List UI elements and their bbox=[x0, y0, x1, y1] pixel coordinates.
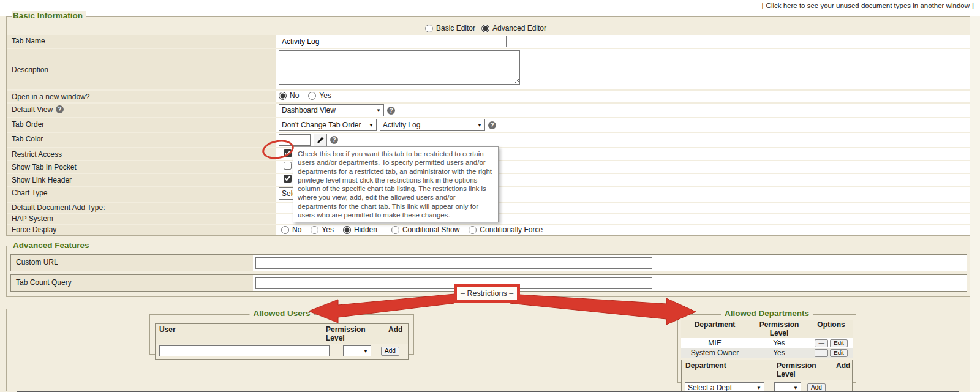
default-document-add-type-label: Default Document Add Type: bbox=[12, 203, 105, 212]
force-display-hidden-input[interactable] bbox=[343, 226, 351, 234]
color-picker-button[interactable] bbox=[314, 134, 327, 146]
advanced-features-legend: Advanced Features bbox=[12, 241, 93, 250]
force-display-conditionally-force-input[interactable] bbox=[469, 226, 477, 234]
department-permission-select[interactable]: ▼ bbox=[774, 382, 801, 392]
open-window-no-radio[interactable]: No bbox=[279, 91, 299, 100]
open-window-no-label: No bbox=[290, 91, 299, 100]
link-separator-left: | bbox=[762, 2, 764, 9]
tab-order-position-select[interactable]: Activity Log ▼ bbox=[380, 119, 485, 131]
user-permission-select[interactable]: ▼ bbox=[343, 345, 371, 356]
force-display-conditionally-force-radio[interactable]: Conditionally Force bbox=[469, 225, 543, 234]
tab-name-input[interactable] bbox=[279, 36, 507, 47]
edit-department-button[interactable]: Edit bbox=[830, 349, 847, 357]
basic-editor-radio-input[interactable] bbox=[425, 24, 433, 32]
permission-level-column-header: Permission Level bbox=[773, 360, 832, 380]
restrict-access-checkbox[interactable] bbox=[284, 149, 292, 157]
open-window-yes-radio[interactable]: Yes bbox=[308, 91, 331, 100]
departments-header-row: Department Permission Level Options bbox=[681, 320, 853, 338]
advanced-editor-radio-input[interactable] bbox=[481, 24, 489, 32]
add-department-button[interactable]: Add bbox=[807, 383, 826, 392]
tab-color-label: Tab Color bbox=[12, 135, 43, 143]
force-display-conditional-show-label: Conditional Show bbox=[402, 225, 459, 234]
options-column-header: Options bbox=[810, 320, 853, 338]
tab-name-row: Tab Name bbox=[7, 35, 971, 48]
open-new-window-row: Open in a new window? No Yes bbox=[7, 91, 971, 102]
tab-order-position-value: Activity Log bbox=[383, 121, 420, 129]
add-department-input-row: Select a Dept ▼ ▼ Add bbox=[682, 380, 852, 392]
help-icon[interactable]: ? bbox=[330, 136, 338, 144]
edit-department-button[interactable]: Edit bbox=[830, 339, 847, 347]
add-department-header-row: Department Permission Level Add bbox=[682, 360, 852, 380]
link-separator-right: | bbox=[972, 2, 974, 9]
remove-department-button[interactable]: — bbox=[815, 339, 828, 347]
department-select-value: Select a Dept bbox=[688, 383, 732, 392]
allowed-users-panel: Allowed Users User Permission Level Add … bbox=[149, 314, 414, 355]
restrictions-annotation-text: Restrictions bbox=[467, 289, 507, 298]
open-window-yes-input[interactable] bbox=[308, 92, 316, 100]
custom-url-input[interactable] bbox=[255, 257, 652, 269]
add-column-header: Add bbox=[832, 360, 852, 380]
tab-count-query-label: Tab Count Query bbox=[16, 278, 72, 287]
tab-order-value: Don't Change Tab Order bbox=[282, 121, 361, 129]
table-row: System Owner Yes — Edit bbox=[681, 348, 853, 358]
force-display-yes-input[interactable] bbox=[311, 226, 318, 234]
chevron-down-icon: ▼ bbox=[756, 385, 761, 391]
default-view-row: Default View ? Dashboard View ▼ ? bbox=[7, 104, 971, 117]
tab-color-row: Tab Color ? bbox=[7, 133, 971, 147]
chart-type-label: Chart Type bbox=[12, 189, 47, 197]
chevron-down-icon: ▼ bbox=[376, 108, 381, 113]
default-view-label: Default View bbox=[12, 105, 53, 114]
advanced-editor-radio[interactable]: Advanced Editor bbox=[481, 24, 546, 32]
description-label: Description bbox=[12, 66, 48, 74]
show-tab-in-pocket-label: Show Tab In Pocket bbox=[12, 163, 77, 172]
user-search-input[interactable] bbox=[159, 345, 330, 356]
add-column-header: Add bbox=[385, 324, 408, 344]
force-display-yes-label: Yes bbox=[322, 225, 334, 234]
right-margin bbox=[970, 16, 980, 392]
force-display-yes-radio[interactable]: Yes bbox=[311, 225, 334, 234]
chevron-down-icon: ▼ bbox=[477, 123, 482, 128]
default-view-select[interactable]: Dashboard View ▼ bbox=[279, 104, 384, 116]
tab-order-row: Tab Order Don't Change Tab Order ▼ Activ… bbox=[7, 118, 971, 132]
allowed-users-table: User Permission Level Add ▼ Add bbox=[155, 323, 409, 360]
table-row: MIE Yes — Edit bbox=[681, 338, 853, 348]
basic-information-legend: Basic Information bbox=[12, 11, 86, 20]
force-display-no-label: No bbox=[292, 225, 301, 234]
chevron-down-icon: ▼ bbox=[369, 123, 374, 128]
force-display-conditional-show-input[interactable] bbox=[391, 226, 399, 234]
tab-color-input[interactable] bbox=[279, 134, 311, 146]
force-display-no-input[interactable] bbox=[281, 226, 289, 234]
advanced-editor-label: Advanced Editor bbox=[492, 24, 546, 32]
tab-name-label: Tab Name bbox=[12, 37, 45, 45]
department-select[interactable]: Select a Dept ▼ bbox=[685, 382, 764, 392]
force-display-conditionally-force-label: Conditionally Force bbox=[480, 225, 543, 234]
allowed-users-input-row: ▼ Add bbox=[156, 344, 408, 359]
show-link-header-label: Show Link Header bbox=[12, 176, 72, 184]
department-column-header: Department bbox=[682, 360, 773, 380]
restrict-access-tooltip: Check this box if you want this tab to b… bbox=[293, 146, 499, 222]
force-display-no-radio[interactable]: No bbox=[281, 225, 301, 234]
force-display-hidden-radio[interactable]: Hidden bbox=[343, 225, 377, 234]
show-tab-in-pocket-checkbox[interactable] bbox=[284, 162, 292, 170]
tab-order-select[interactable]: Don't Change Tab Order ▼ bbox=[279, 119, 377, 131]
help-icon[interactable]: ? bbox=[387, 107, 395, 115]
add-user-button[interactable]: Add bbox=[381, 347, 399, 356]
allowed-users-legend: Allowed Users bbox=[249, 309, 314, 318]
unused-document-types-link[interactable]: Click here to see your unused document t… bbox=[766, 2, 970, 9]
force-display-hidden-label: Hidden bbox=[354, 225, 377, 234]
description-textarea[interactable] bbox=[279, 50, 520, 85]
open-window-no-input[interactable] bbox=[279, 92, 287, 100]
remove-department-button[interactable]: — bbox=[815, 349, 828, 357]
restrictions-annotation-label: Restrictions bbox=[454, 284, 520, 303]
basic-editor-radio[interactable]: Basic Editor bbox=[425, 24, 475, 32]
tab-order-label: Tab Order bbox=[12, 120, 44, 129]
show-link-header-checkbox[interactable] bbox=[284, 175, 292, 183]
help-icon[interactable]: ? bbox=[56, 105, 64, 113]
chevron-down-icon: ▼ bbox=[793, 385, 798, 391]
basic-editor-label: Basic Editor bbox=[436, 24, 475, 32]
editor-toggle-row: Basic Editor Advanced Editor bbox=[7, 23, 971, 34]
custom-url-label: Custom URL bbox=[16, 258, 58, 266]
description-row: Description bbox=[7, 49, 971, 89]
force-display-conditional-show-radio[interactable]: Conditional Show bbox=[391, 225, 459, 234]
help-icon[interactable]: ? bbox=[488, 121, 496, 129]
